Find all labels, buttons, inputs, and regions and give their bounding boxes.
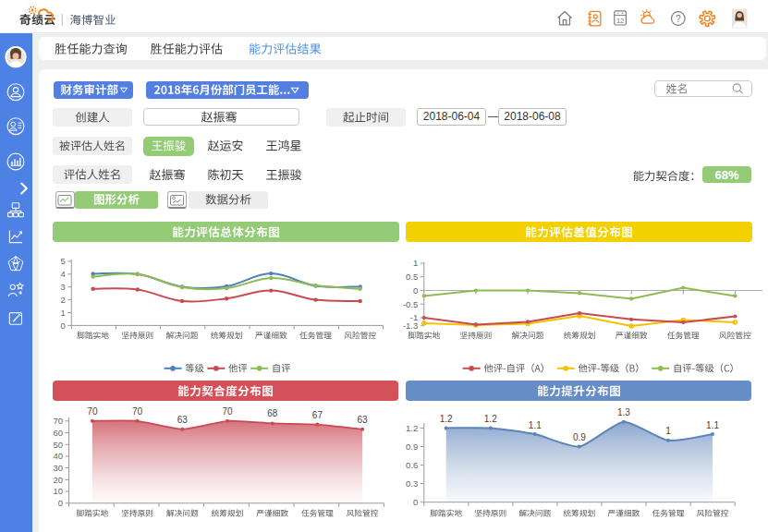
svg-text:0: 0 xyxy=(61,320,66,331)
svg-text:40: 40 xyxy=(53,451,63,461)
svg-text:68: 68 xyxy=(267,408,278,418)
svg-text:4: 4 xyxy=(61,269,66,279)
svg-text:?: ? xyxy=(676,14,681,24)
svg-text:70: 70 xyxy=(222,406,233,417)
svg-text:1.2: 1.2 xyxy=(440,414,453,424)
svg-text:50: 50 xyxy=(53,440,63,450)
svg-text:70: 70 xyxy=(53,416,63,426)
svg-text:20: 20 xyxy=(53,475,63,485)
svg-text:-0.5: -0.5 xyxy=(403,299,418,309)
svg-text:63: 63 xyxy=(358,415,369,425)
svg-text:1.3: 1.3 xyxy=(617,407,630,417)
svg-text:1: 1 xyxy=(413,258,418,268)
svg-text:1.2: 1.2 xyxy=(484,414,497,424)
svg-text:0.5: 0.5 xyxy=(406,272,418,282)
svg-text:0: 0 xyxy=(413,497,418,507)
svg-text:60: 60 xyxy=(53,428,63,438)
svg-text:68%: 68% xyxy=(714,168,738,182)
svg-text:1.2: 1.2 xyxy=(406,423,418,433)
svg-text:0.3: 0.3 xyxy=(406,478,418,489)
svg-text:0: 0 xyxy=(58,498,63,508)
svg-text:67: 67 xyxy=(312,410,323,420)
svg-text:1.1: 1.1 xyxy=(706,420,719,430)
svg-text:63: 63 xyxy=(177,415,189,425)
svg-text:-1.3: -1.3 xyxy=(403,320,418,331)
svg-text:0.6: 0.6 xyxy=(406,460,418,470)
svg-text:70: 70 xyxy=(87,406,98,417)
svg-text:0: 0 xyxy=(413,285,418,296)
svg-text:3: 3 xyxy=(61,282,66,292)
svg-text:30: 30 xyxy=(53,463,63,473)
svg-text:1.1: 1.1 xyxy=(529,420,542,430)
svg-text:5: 5 xyxy=(61,256,66,266)
svg-text:0.9: 0.9 xyxy=(406,441,418,452)
svg-text:0.9: 0.9 xyxy=(573,432,586,442)
svg-text:1: 1 xyxy=(665,426,671,436)
svg-text:1: 1 xyxy=(61,308,66,318)
svg-text:70: 70 xyxy=(132,406,143,417)
svg-text:12: 12 xyxy=(616,17,624,25)
svg-text:2: 2 xyxy=(61,295,66,305)
svg-text:10: 10 xyxy=(53,486,63,496)
